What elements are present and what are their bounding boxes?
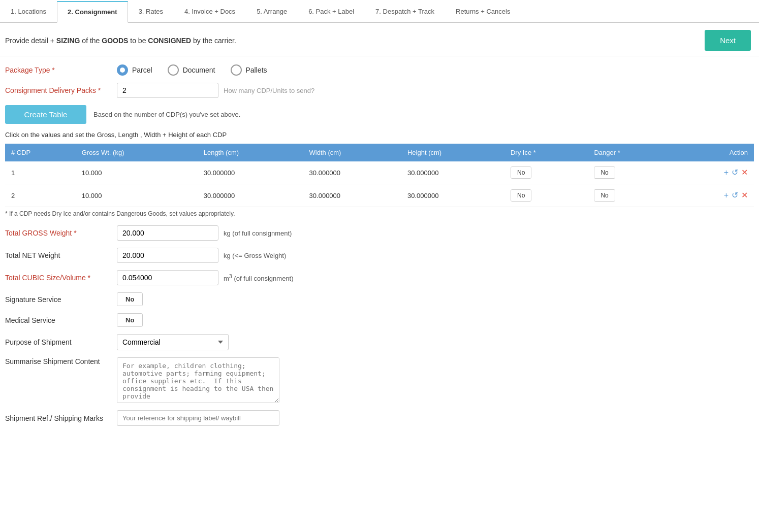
gross-weight-input[interactable] xyxy=(117,225,218,241)
net-weight-input[interactable] xyxy=(117,248,218,263)
shipment-ref-input[interactable] xyxy=(117,410,279,426)
medical-service-label: Medical Service xyxy=(5,316,117,324)
cubic-input[interactable] xyxy=(117,270,218,285)
cell-action-2: + ↺ ✕ xyxy=(673,184,754,207)
cell-width-1[interactable]: 30.000000 xyxy=(303,161,401,184)
net-weight-row: Total NET Weight kg (<= Gross Weight) xyxy=(5,248,754,263)
pallets-label: Pallets xyxy=(246,66,267,74)
purpose-select[interactable]: Commercial Personal Gift Sample Return xyxy=(117,334,229,350)
add-icon-1[interactable]: + xyxy=(724,169,729,177)
radio-parcel[interactable]: Parcel xyxy=(117,64,152,76)
col-height: Height (cm) xyxy=(401,144,504,161)
undo-icon-2[interactable]: ↺ xyxy=(732,191,738,200)
signature-service-label: Signature Service xyxy=(5,295,117,304)
document-radio-circle[interactable] xyxy=(168,64,179,76)
col-dry-ice: Dry Ice * xyxy=(504,144,588,161)
delete-icon-1[interactable]: ✕ xyxy=(741,169,748,177)
shipment-content-label: Summarise Shipment Content xyxy=(5,357,117,365)
click-hint: Click on the values and set the Gross, L… xyxy=(5,131,754,139)
signature-service-toggle[interactable]: No xyxy=(117,292,143,306)
dry-ice-toggle-2[interactable]: No xyxy=(511,189,531,202)
radio-pallets[interactable]: Pallets xyxy=(231,64,267,76)
cubic-unit: m3 (of full consignment) xyxy=(224,273,294,282)
undo-icon-1[interactable]: ↺ xyxy=(732,169,738,177)
tab-invoice-docs[interactable]: 4. Invoice + Docs xyxy=(174,1,246,23)
weight-section: Total GROSS Weight * kg (of full consign… xyxy=(5,225,754,426)
dry-ice-no-2[interactable]: No xyxy=(511,190,531,201)
package-type-label: Package Type * xyxy=(5,66,117,74)
cell-danger-2: No xyxy=(588,184,673,207)
delivery-packs-hint: How many CDP/Units to send? xyxy=(224,87,314,94)
medical-no-option[interactable]: No xyxy=(117,314,142,326)
delivery-packs-label: Consignment Delivery Packs * xyxy=(5,86,117,94)
table-row: 1 10.000 30.000000 30.000000 30.000000 N… xyxy=(5,161,754,184)
tab-returns-cancels[interactable]: Returns + Cancels xyxy=(445,1,521,23)
shipment-content-textarea[interactable] xyxy=(117,357,279,403)
net-weight-unit: kg (<= Gross Weight) xyxy=(224,252,286,259)
action-icons-1: + ↺ ✕ xyxy=(679,169,748,177)
cell-width-2[interactable]: 30.000000 xyxy=(303,184,401,207)
create-table-hint: Based on the number of CDP(s) you've set… xyxy=(93,111,240,118)
medical-service-row: Medical Service No xyxy=(5,313,754,327)
shipment-content-row: Summarise Shipment Content xyxy=(5,357,754,403)
gross-weight-unit: kg (of full consignment) xyxy=(224,229,292,237)
cubic-label: Total CUBIC Size/Volume * xyxy=(5,274,117,282)
cell-dry-ice-2: No xyxy=(504,184,588,207)
main-content: Package Type * Parcel Document Pallets C… xyxy=(0,56,759,441)
delivery-packs-input[interactable] xyxy=(117,83,218,98)
danger-no-1[interactable]: No xyxy=(594,167,614,178)
medical-service-toggle[interactable]: No xyxy=(117,313,143,327)
dry-ice-no-1[interactable]: No xyxy=(511,167,531,178)
gross-weight-label: Total GROSS Weight * xyxy=(5,229,117,237)
tab-pack-label[interactable]: 6. Pack + Label xyxy=(298,1,365,23)
cell-height-2[interactable]: 30.000000 xyxy=(401,184,504,207)
signature-service-row: Signature Service No xyxy=(5,292,754,306)
cell-dry-ice-1: No xyxy=(504,161,588,184)
dry-ice-toggle-1[interactable]: No xyxy=(511,167,531,179)
col-width: Width (cm) xyxy=(303,144,401,161)
cell-cdp-2: 2 xyxy=(5,184,76,207)
tab-despatch-track[interactable]: 7. Despatch + Track xyxy=(365,1,445,23)
cell-gross-wt-1[interactable]: 10.000 xyxy=(76,161,198,184)
signature-no-option[interactable]: No xyxy=(117,293,142,306)
tab-rates[interactable]: 3. Rates xyxy=(128,1,174,23)
gross-weight-row: Total GROSS Weight * kg (of full consign… xyxy=(5,225,754,241)
delete-icon-2[interactable]: ✕ xyxy=(741,191,748,200)
document-label: Document xyxy=(183,66,215,74)
shipment-ref-label: Shipment Ref./ Shipping Marks xyxy=(5,414,117,422)
cell-length-2[interactable]: 30.000000 xyxy=(198,184,303,207)
radio-document[interactable]: Document xyxy=(168,64,215,76)
pallets-radio-circle[interactable] xyxy=(231,64,242,76)
dry-ice-note: * If a CDP needs Dry Ice and/or contains… xyxy=(5,210,754,217)
next-button[interactable]: Next xyxy=(705,30,751,51)
tab-locations[interactable]: 1. Locations xyxy=(0,1,57,23)
create-table-button[interactable]: Create Table xyxy=(5,105,86,124)
tab-consignment[interactable]: 2. Consignment xyxy=(57,1,128,23)
net-weight-label: Total NET Weight xyxy=(5,251,117,259)
cubic-row: Total CUBIC Size/Volume * m3 (of full co… xyxy=(5,270,754,285)
shipment-ref-row: Shipment Ref./ Shipping Marks xyxy=(5,410,754,426)
tab-bar: 1. Locations 2. Consignment 3. Rates 4. … xyxy=(0,0,759,23)
danger-toggle-1[interactable]: No xyxy=(594,167,615,179)
cell-action-1: + ↺ ✕ xyxy=(673,161,754,184)
col-action: Action xyxy=(673,144,754,161)
add-icon-2[interactable]: + xyxy=(724,191,729,200)
cell-length-1[interactable]: 30.000000 xyxy=(198,161,303,184)
purpose-row: Purpose of Shipment Commercial Personal … xyxy=(5,334,754,350)
col-danger: Danger * xyxy=(588,144,673,161)
action-icons-2: + ↺ ✕ xyxy=(679,191,748,200)
table-row: 2 10.000 30.000000 30.000000 30.000000 N… xyxy=(5,184,754,207)
tab-arrange[interactable]: 5. Arrange xyxy=(246,1,298,23)
cell-height-1[interactable]: 30.000000 xyxy=(401,161,504,184)
danger-toggle-2[interactable]: No xyxy=(594,189,615,202)
cell-gross-wt-2[interactable]: 10.000 xyxy=(76,184,198,207)
danger-no-2[interactable]: No xyxy=(594,190,614,201)
purpose-label: Purpose of Shipment xyxy=(5,338,117,346)
delivery-packs-row: Consignment Delivery Packs * How many CD… xyxy=(5,83,754,98)
parcel-radio-circle[interactable] xyxy=(117,64,128,76)
header-bar: Provide detail + SIZING of the GOODS to … xyxy=(0,23,759,56)
parcel-label: Parcel xyxy=(132,66,152,74)
col-cdp: # CDP xyxy=(5,144,76,161)
package-type-row: Package Type * Parcel Document Pallets xyxy=(5,64,754,76)
header-description: Provide detail + SIZING of the GOODS to … xyxy=(5,37,236,45)
